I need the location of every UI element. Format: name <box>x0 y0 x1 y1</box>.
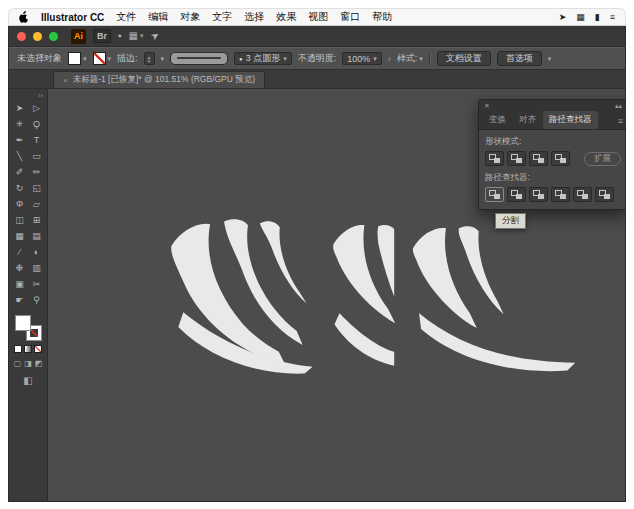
pen-tool[interactable]: ✒ <box>11 132 28 148</box>
minus-back-button[interactable] <box>595 187 614 202</box>
tab-pathfinder[interactable]: 路径查找器 <box>543 111 598 129</box>
exclude-button[interactable] <box>551 151 570 166</box>
stroke-weight-stepper[interactable]: ▴ ▾ <box>144 52 155 65</box>
share-icon[interactable]: ➤ <box>148 29 161 42</box>
menu-item[interactable]: 窗口 <box>340 10 360 24</box>
tab-align[interactable]: 对齐 <box>513 111 542 129</box>
panel-header[interactable]: ✕ ▴▴ <box>479 100 625 111</box>
menu-app-name[interactable]: Illustrator CC <box>41 12 104 23</box>
artwork-group-1[interactable] <box>171 219 312 373</box>
expand-button[interactable]: 扩展 <box>584 152 621 166</box>
recolor-chevron-icon[interactable]: › <box>388 54 391 64</box>
stroke-weight-dropdown-icon[interactable]: ▾ <box>161 55 165 63</box>
eyedropper-tool[interactable]: ∕ <box>11 244 28 260</box>
fill-stroke-indicator[interactable] <box>15 315 41 340</box>
fill-indicator[interactable] <box>15 315 31 331</box>
apple-menu-icon[interactable] <box>19 11 29 23</box>
menu-item[interactable]: 文字 <box>212 10 232 24</box>
tab-transform[interactable]: 变换 <box>483 111 512 129</box>
canvas[interactable]: ✕ ▴▴ 变换对齐路径查找器 ≡ 形状模式: 扩展 <box>48 89 625 501</box>
magic-wand-tool[interactable]: ✳ <box>11 116 28 132</box>
gradient-tool[interactable]: ▤ <box>28 228 45 244</box>
window-zoom-button[interactable] <box>49 32 58 41</box>
artwork-base-swoosh[interactable] <box>335 313 395 365</box>
minus-front-button[interactable] <box>507 151 526 166</box>
toolbar-collapse-icon[interactable]: ›› <box>38 91 43 100</box>
rotate-tool[interactable]: ↻ <box>11 180 28 196</box>
slice-tool[interactable]: ✂ <box>28 276 45 292</box>
width-profile-dropdown[interactable] <box>170 52 228 65</box>
draw-behind-icon[interactable]: ◨ <box>24 359 32 368</box>
window-minimize-button[interactable] <box>33 32 42 41</box>
blend-tool[interactable]: ◐ <box>28 244 45 260</box>
artwork-group-2[interactable] <box>333 225 395 366</box>
type-tool[interactable]: T <box>28 132 45 148</box>
zoom-tool[interactable]: ⚲ <box>28 292 45 308</box>
document-tab[interactable]: × 未标题-1 [已恢复]* @ 101.51% (RGB/GPU 预览) <box>53 71 265 88</box>
menu-item[interactable]: 视图 <box>308 10 328 24</box>
fill-color-control[interactable]: ▾ <box>68 52 87 65</box>
window-close-button[interactable] <box>17 32 26 41</box>
menu-list-icon[interactable]: ≡ <box>610 12 615 22</box>
free-transform-tool[interactable]: ▱ <box>28 196 45 212</box>
lasso-tool[interactable]: Ϙ <box>28 116 45 132</box>
screen-mode-icon[interactable]: ◧ <box>23 375 32 386</box>
battery-icon[interactable]: ▮ <box>595 12 600 22</box>
trim-button[interactable] <box>507 187 526 202</box>
menu-item[interactable]: 效果 <box>276 10 296 24</box>
menu-item[interactable]: 帮助 <box>372 10 392 24</box>
more-options-icon[interactable]: ▾ <box>548 55 552 63</box>
stock-icon[interactable]: ▪ <box>118 31 122 41</box>
preferences-button[interactable]: 首选项 <box>497 51 542 66</box>
line-segment-tool[interactable]: ╲ <box>11 148 28 164</box>
tab-close-icon[interactable]: × <box>63 76 68 85</box>
color-button[interactable] <box>14 345 22 353</box>
panel-close-icon[interactable]: ✕ <box>484 102 490 109</box>
mesh-tool[interactable]: ▦ <box>11 228 28 244</box>
divide-button[interactable] <box>485 187 504 202</box>
symbol-sprayer-tool[interactable]: ❉ <box>11 260 28 276</box>
none-button[interactable] <box>34 345 42 353</box>
intersect-button[interactable] <box>529 151 548 166</box>
document-setup-button[interactable]: 文档设置 <box>437 51 491 66</box>
column-graph-tool[interactable]: ▥ <box>28 260 45 276</box>
selection-tool[interactable]: ➤ <box>11 100 28 116</box>
brush-definition-dropdown[interactable]: ● 3 点圆形 ▾ <box>234 52 292 65</box>
perspective-grid-tool[interactable]: ⊞ <box>28 212 45 228</box>
panel-menu-icon[interactable]: ≡ <box>618 116 623 129</box>
opacity-dropdown[interactable]: 100% ▾ <box>342 52 382 65</box>
artwork-base-swoosh[interactable] <box>419 313 575 371</box>
rectangle-tool[interactable]: ▭ <box>28 148 45 164</box>
artwork-group-3[interactable] <box>413 226 575 371</box>
shape-builder-tool[interactable]: ◫ <box>11 212 28 228</box>
unite-button[interactable] <box>485 151 504 166</box>
menu-item[interactable]: 文件 <box>116 10 136 24</box>
crop-button[interactable] <box>551 187 570 202</box>
direct-selection-tool[interactable]: ▷ <box>28 100 45 116</box>
menu-item[interactable]: 选择 <box>244 10 264 24</box>
menu-item[interactable]: 对象 <box>180 10 200 24</box>
draw-inside-icon[interactable]: ◩ <box>35 359 43 368</box>
artwork-stripe[interactable] <box>459 226 504 314</box>
menu-item[interactable]: 编辑 <box>148 10 168 24</box>
send-icon[interactable]: ➤ <box>559 12 567 22</box>
draw-normal-icon[interactable]: ▢ <box>14 359 22 368</box>
width-tool[interactable]: Φ <box>11 196 28 212</box>
artwork-stripe[interactable] <box>260 221 307 303</box>
style-dropdown[interactable]: 样式: ▾ <box>397 52 423 65</box>
arrange-documents-button[interactable]: ▦ ▾ <box>129 31 144 41</box>
stroke-color-control[interactable]: ▾ <box>93 52 112 65</box>
paintbrush-tool[interactable]: ✐ <box>11 164 28 180</box>
scale-tool[interactable]: ◱ <box>28 180 45 196</box>
pencil-tool[interactable]: ✏ <box>28 164 45 180</box>
merge-button[interactable] <box>529 187 548 202</box>
bridge-button[interactable]: Br <box>93 29 111 43</box>
artwork-stripe[interactable] <box>378 225 395 297</box>
hand-tool[interactable]: ☛ <box>11 292 28 308</box>
artboard-tool[interactable]: ▣ <box>11 276 28 292</box>
panel-collapse-icon[interactable]: ▴▴ <box>615 102 622 109</box>
gradient-button[interactable] <box>24 345 32 353</box>
display-icon[interactable]: ▦ <box>576 12 585 22</box>
outline-button[interactable] <box>573 187 592 202</box>
stepper-down-icon[interactable]: ▾ <box>148 59 151 63</box>
